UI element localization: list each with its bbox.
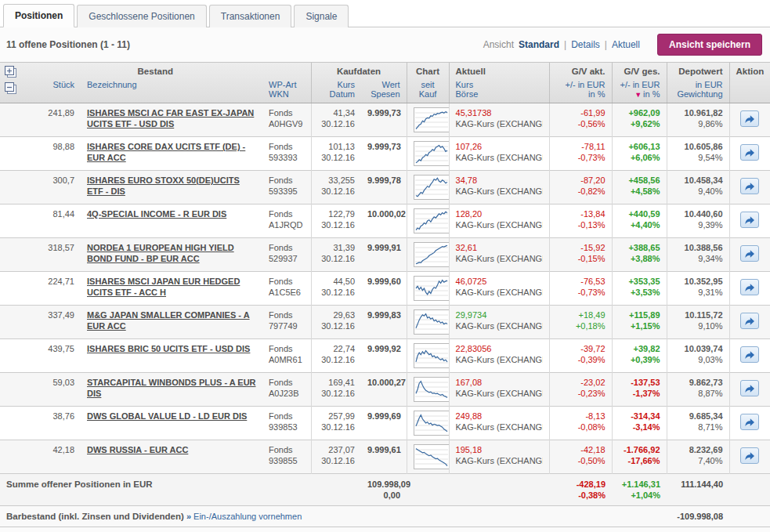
position-gv-akt: -15,92-0,15% xyxy=(549,238,612,272)
expand-all-icon[interactable] xyxy=(4,66,17,78)
position-gv-ges: +606,13+6,06% xyxy=(612,137,667,171)
trade-action-button[interactable] xyxy=(740,380,759,396)
forward-arrow-icon xyxy=(744,451,755,461)
sort-wkn-link[interactable]: WKN xyxy=(269,89,305,99)
trade-action-button[interactable] xyxy=(740,279,759,295)
position-action-cell xyxy=(729,440,770,474)
position-depotwert: 10.605,869,54% xyxy=(667,137,729,171)
sort-wert-link[interactable]: Wert xyxy=(367,80,400,89)
position-name-link[interactable]: STARCAPITAL WINBONDS PLUS - A EUR DIS xyxy=(87,378,256,398)
trade-action-button[interactable] xyxy=(740,144,759,161)
position-name-link[interactable]: DWS GLOBAL VALUE LD - LD EUR DIS xyxy=(87,411,247,421)
link-arrow-icon: » xyxy=(186,512,191,521)
position-name-link[interactable]: ISHARES EURO STOXX 50(DE)UCITS ETF - DIS xyxy=(87,176,240,196)
sort-gv-ges-pct-link[interactable]: ▼in % xyxy=(619,89,660,99)
position-gv-akt: -23,02-0,23% xyxy=(549,373,612,407)
position-type-wkn: Fonds593395 xyxy=(262,171,311,204)
position-depotwert: 10.115,729,10% xyxy=(667,306,729,339)
position-name-link[interactable]: ISHARES MSCI JAPAN EUR HEDGED UCITS ETF … xyxy=(87,277,240,297)
sort-datum-link[interactable]: Datum xyxy=(318,89,356,99)
current-price: 22,83056 xyxy=(456,343,543,354)
expand-collapse-icons xyxy=(4,66,17,95)
exchange-name: KAG-Kurs (EXCHANGE_C... xyxy=(456,253,543,264)
sort-bezeichnung-link[interactable]: Bezeichnung xyxy=(87,80,256,89)
position-name-link[interactable]: M&G JAPAN SMALLER COMPANIES - A EUR ACC xyxy=(87,310,250,331)
sparkline-chart xyxy=(414,141,450,166)
position-depotwert: 10.458,349,40% xyxy=(667,171,729,204)
position-buy-kurs-datum: 44,5030.12.16 xyxy=(311,272,361,306)
position-gv-akt: -87,20-0,82% xyxy=(549,171,612,204)
sort-boerse-link[interactable]: Börse xyxy=(456,89,543,99)
position-name-link[interactable]: NORDEA 1 EUROPEAN HIGH YIELD BOND FUND -… xyxy=(87,243,234,263)
tab-transaktionen[interactable]: Transaktionen xyxy=(209,5,292,27)
sort-gv-akt-pct-link[interactable]: in % xyxy=(556,89,606,99)
trade-action-button[interactable] xyxy=(740,110,759,127)
position-action-cell xyxy=(729,272,770,306)
deposit-withdraw-link[interactable]: Ein-/Auszahlung vornehmen xyxy=(193,512,302,521)
sort-wpart-link[interactable]: WP-Art xyxy=(269,80,305,89)
position-gv-akt: -8,13-0,08% xyxy=(549,407,612,440)
trade-action-button[interactable] xyxy=(740,212,759,228)
sort-spesen-link[interactable]: Spesen xyxy=(367,89,400,99)
position-name-link[interactable]: ISHARES CORE DAX UCITS ETF (DE) - EUR AC… xyxy=(87,142,245,162)
sort-gv-akt-eur-link[interactable]: +/- in EUR xyxy=(556,80,606,89)
position-gv-akt: -13,84-0,13% xyxy=(549,204,612,238)
sum-label: Summe offener Positionen in EUR xyxy=(0,474,361,506)
position-depotwert: 10.039,749,03% xyxy=(667,339,729,373)
position-type-wkn: FondsA0HGV9 xyxy=(262,103,311,137)
header-group-bestand: Bestand xyxy=(0,63,311,78)
table-row: 59,03 STARCAPITAL WINBONDS PLUS - A EUR … xyxy=(0,373,770,407)
position-qty: 224,71 xyxy=(0,272,81,306)
trade-action-button[interactable] xyxy=(740,313,759,329)
position-qty: 81,44 xyxy=(0,204,81,238)
view-details-link[interactable]: Details xyxy=(571,39,600,50)
view-aktuell-link[interactable]: Aktuell xyxy=(612,39,640,50)
position-aktuell-cell: 249,88 KAG-Kurs (EXCHANGE_C... xyxy=(449,407,549,440)
view-standard-link[interactable]: Standard xyxy=(519,39,559,50)
trade-action-button[interactable] xyxy=(740,346,759,363)
trade-action-button[interactable] xyxy=(740,414,759,430)
position-chart-cell xyxy=(407,306,449,339)
portfolio-app: Positionen Geschlossene Positionen Trans… xyxy=(0,0,770,532)
sort-gv-ges-eur-link[interactable]: +/- in EUR xyxy=(619,80,660,89)
sparkline-chart xyxy=(414,175,450,200)
sort-aktuell-kurs-link[interactable]: Kurs xyxy=(456,80,543,89)
position-name-link[interactable]: ISHARES BRIC 50 UCITS ETF - USD DIS xyxy=(87,344,250,353)
position-name-link[interactable]: DWS RUSSIA - EUR ACC xyxy=(87,445,188,454)
sort-gewichtung-link[interactable]: Gewichtung xyxy=(674,89,723,99)
current-price: 249,88 xyxy=(456,411,543,422)
col-header-seit-kauf: seit Kauf xyxy=(407,78,449,103)
trade-action-button[interactable] xyxy=(740,245,759,262)
sort-kurs-link[interactable]: Kurs xyxy=(318,80,356,89)
position-type-wkn: Fonds797749 xyxy=(262,306,311,339)
exchange-name: KAG-Kurs (EXCHANGE_C... xyxy=(456,354,543,365)
col-header-kurs-boerse: Kurs Börse xyxy=(449,78,549,103)
header-group-aktion: Aktion xyxy=(729,63,770,78)
position-name-link[interactable]: 4Q-SPECIAL INCOME - R EUR DIS xyxy=(87,209,226,219)
position-qty: 337,49 xyxy=(0,306,81,339)
trade-action-button[interactable] xyxy=(740,178,759,194)
header-group-chart: Chart xyxy=(407,63,449,78)
tab-geschlossene-positionen[interactable]: Geschlossene Positionen xyxy=(77,5,206,27)
position-depotwert: 10.961,829,86% xyxy=(667,103,729,137)
position-qty: 241,89 xyxy=(0,103,81,137)
tab-positionen[interactable]: Positionen xyxy=(3,4,74,27)
position-name-link[interactable]: ISHARES MSCI AC FAR EAST EX-JAPAN UCITS … xyxy=(87,108,254,128)
tab-signale[interactable]: Signale xyxy=(294,5,349,27)
position-buy-kurs-datum: 237,0730.12.16 xyxy=(311,440,361,474)
collapse-all-icon[interactable] xyxy=(4,82,17,95)
total-label: Gesamtwert xyxy=(0,527,612,532)
position-buy-kurs-datum: 29,6330.12.16 xyxy=(311,306,361,339)
position-aktuell-cell: 167,08 KAG-Kurs (EXCHANGE_C... xyxy=(449,373,549,407)
position-qty: 98,88 xyxy=(0,137,81,171)
save-view-button[interactable]: Ansicht speichern xyxy=(657,34,762,56)
current-price: 45,31738 xyxy=(456,107,543,118)
position-qty: 59,03 xyxy=(0,373,81,407)
position-buy-kurs-datum: 169,4130.12.16 xyxy=(311,373,361,407)
table-row: 38,76 DWS GLOBAL VALUE LD - LD EUR DIS F… xyxy=(0,407,770,440)
sort-depot-eur-link[interactable]: in EUR xyxy=(674,80,723,89)
position-gv-ges: +962,09+9,62% xyxy=(612,103,667,137)
position-depotwert: 9.685,348,71% xyxy=(667,407,729,440)
position-wert: 9.999,60 xyxy=(361,272,407,306)
trade-action-button[interactable] xyxy=(740,447,759,464)
